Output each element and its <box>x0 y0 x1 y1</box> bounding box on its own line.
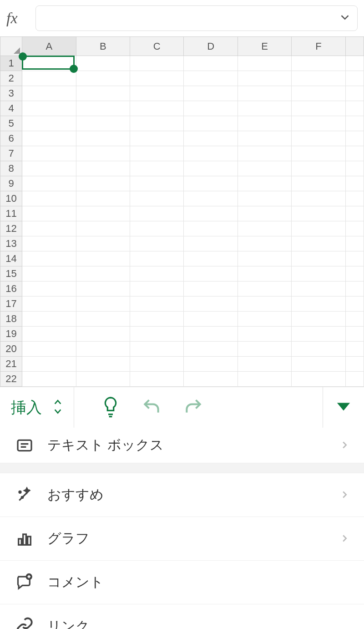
cell[interactable] <box>130 56 184 71</box>
cell[interactable] <box>292 312 345 327</box>
cell[interactable] <box>345 191 364 206</box>
cell[interactable] <box>292 281 345 297</box>
column-header[interactable]: B <box>76 37 130 56</box>
cell[interactable] <box>238 116 291 131</box>
cell[interactable] <box>22 236 76 251</box>
row-header[interactable]: 11 <box>0 206 22 221</box>
cell[interactable] <box>292 266 345 281</box>
cell[interactable] <box>130 206 184 221</box>
cell[interactable] <box>292 342 345 357</box>
cell[interactable] <box>130 161 184 176</box>
cell[interactable] <box>345 101 364 116</box>
cell[interactable] <box>130 176 184 191</box>
cell[interactable] <box>130 342 184 357</box>
cell[interactable] <box>238 221 291 236</box>
cell[interactable] <box>184 327 238 342</box>
cell[interactable] <box>238 281 291 297</box>
cell[interactable] <box>184 146 238 161</box>
cell[interactable] <box>130 251 184 266</box>
cell[interactable] <box>292 357 345 372</box>
cell[interactable] <box>22 101 76 116</box>
cell[interactable] <box>292 146 345 161</box>
cell[interactable] <box>292 221 345 236</box>
row-header[interactable]: 14 <box>0 251 22 266</box>
cell[interactable] <box>292 191 345 206</box>
cell[interactable] <box>76 327 130 342</box>
cell[interactable] <box>292 101 345 116</box>
cell[interactable] <box>184 161 238 176</box>
cell[interactable] <box>184 312 238 327</box>
cell[interactable] <box>345 86 364 101</box>
column-header[interactable]: A <box>22 37 76 56</box>
cell[interactable] <box>184 221 238 236</box>
cell[interactable] <box>76 221 130 236</box>
cell[interactable] <box>292 86 345 101</box>
cell[interactable] <box>345 206 364 221</box>
cell[interactable] <box>22 372 76 387</box>
menu-item-text-box[interactable]: テキスト ボックス <box>0 428 364 463</box>
cell[interactable] <box>76 101 130 116</box>
row-header[interactable]: 6 <box>0 131 22 146</box>
cell[interactable] <box>184 342 238 357</box>
cell[interactable] <box>130 236 184 251</box>
cell[interactable] <box>76 342 130 357</box>
cell[interactable] <box>22 146 76 161</box>
row-header[interactable]: 10 <box>0 191 22 206</box>
row-header[interactable]: 22 <box>0 372 22 387</box>
cell[interactable] <box>130 327 184 342</box>
cell[interactable] <box>184 86 238 101</box>
cell[interactable] <box>184 236 238 251</box>
cell[interactable] <box>184 176 238 191</box>
redo-icon[interactable] <box>183 397 203 419</box>
cell[interactable] <box>76 176 130 191</box>
cell[interactable] <box>130 71 184 86</box>
cell[interactable] <box>345 71 364 86</box>
row-header[interactable]: 12 <box>0 221 22 236</box>
row-header[interactable]: 19 <box>0 327 22 342</box>
row-header[interactable]: 4 <box>0 101 22 116</box>
cell[interactable] <box>238 56 291 71</box>
cell[interactable] <box>22 86 76 101</box>
cell[interactable] <box>76 236 130 251</box>
cell[interactable] <box>345 327 364 342</box>
cell[interactable] <box>184 191 238 206</box>
cell[interactable] <box>130 191 184 206</box>
cell[interactable] <box>345 342 364 357</box>
cell[interactable] <box>22 191 76 206</box>
cell[interactable] <box>238 206 291 221</box>
cell[interactable] <box>345 116 364 131</box>
cell[interactable] <box>22 312 76 327</box>
menu-item-recommended[interactable]: おすすめ <box>0 473 364 517</box>
row-header[interactable]: 1 <box>0 56 22 71</box>
cell[interactable] <box>238 131 291 146</box>
cell[interactable] <box>76 86 130 101</box>
cell[interactable] <box>76 266 130 281</box>
cell[interactable] <box>130 266 184 281</box>
cell[interactable] <box>184 116 238 131</box>
cell[interactable] <box>22 251 76 266</box>
cell[interactable] <box>238 176 291 191</box>
cell[interactable] <box>76 357 130 372</box>
column-header[interactable]: D <box>184 37 238 56</box>
cell[interactable] <box>130 372 184 387</box>
row-header[interactable]: 8 <box>0 161 22 176</box>
cell[interactable] <box>22 176 76 191</box>
cell[interactable] <box>184 266 238 281</box>
cell[interactable] <box>76 161 130 176</box>
cell[interactable] <box>130 116 184 131</box>
cell[interactable] <box>292 251 345 266</box>
cell[interactable] <box>76 116 130 131</box>
cell[interactable] <box>22 281 76 297</box>
cell[interactable] <box>130 101 184 116</box>
row-header[interactable]: 13 <box>0 236 22 251</box>
cell[interactable] <box>345 221 364 236</box>
cell[interactable] <box>238 312 291 327</box>
cell[interactable] <box>238 146 291 161</box>
cell[interactable] <box>345 281 364 297</box>
cell[interactable] <box>76 372 130 387</box>
cell[interactable] <box>238 266 291 281</box>
ribbon-tab-insert[interactable]: 挿入 <box>11 397 42 418</box>
cell[interactable] <box>184 71 238 86</box>
cell[interactable] <box>22 131 76 146</box>
cell[interactable] <box>184 206 238 221</box>
